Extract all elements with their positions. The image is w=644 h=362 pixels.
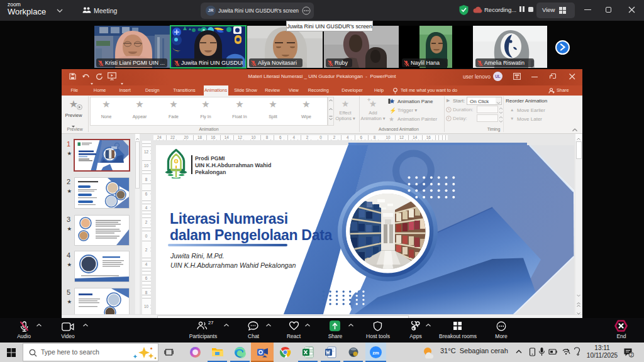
svg-text:2: 2 xyxy=(630,353,633,357)
